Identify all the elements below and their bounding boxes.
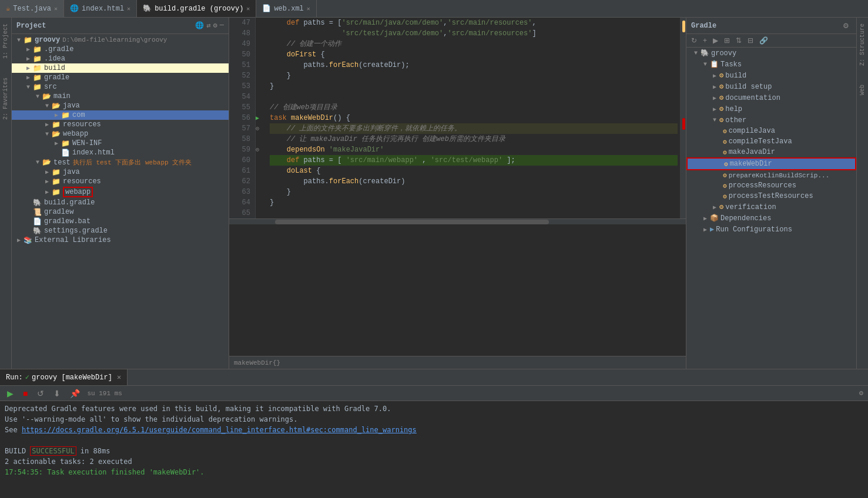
tree-item-main[interactable]: 📂 main [12,92,229,101]
tree-item-test-java[interactable]: 📁 java [12,167,229,177]
run-gutter-icon[interactable]: ▶ [256,115,259,122]
gradle-arrow[interactable]: ▶ [701,226,710,233]
run-pin-btn[interactable]: 📌 [68,388,82,399]
tree-item-groovy[interactable]: 📁 groovy D:\0md-file\learning\groovy [12,35,229,45]
tree-item-test-resources[interactable]: 📁 resources [12,177,229,186]
tree-arrow[interactable] [42,178,52,185]
tree-arrow[interactable] [14,37,24,43]
gradle-arrow[interactable]: ▼ [701,61,710,68]
gradle-item-dependencies[interactable]: ▶ 📦 Dependencies [686,213,856,224]
tree-item-main-java[interactable]: 📂 java [12,101,229,110]
gradle-item-help[interactable]: ▶ ⚙ help [686,103,856,115]
tree-item-dotgradle[interactable]: 📁 .gradle [12,45,229,54]
tree-item-wen-inf[interactable]: 📁 WEN-INF [12,139,229,148]
tab-close-btn[interactable]: ✕ [117,373,121,382]
tab-close-icon[interactable]: ✕ [307,5,310,12]
project-tab[interactable]: 1: Project [1,20,10,62]
run-scroll-btn[interactable]: ⬇ [51,388,63,399]
tree-item-gradle[interactable]: 📁 gradle [12,73,229,82]
gradle-settings-icon[interactable]: ⚙ [840,21,852,31]
tree-arrow[interactable] [24,84,33,90]
sync-icon[interactable]: ⇄ [206,21,210,30]
tree-arrow[interactable] [24,65,33,72]
tree-item-gradlew[interactable]: 📜 gradlew [12,207,229,217]
gradle-item-build[interactable]: ▶ ⚙ build [686,70,856,81]
gradle-item-compilejava[interactable]: ⚙ compileJava [686,126,856,136]
tab-close-icon[interactable]: ✕ [127,5,130,12]
tree-item-webapp[interactable]: 📂 webapp [12,129,229,139]
globe-icon[interactable]: 🌐 [195,21,204,30]
tree-item-test[interactable]: 📂 test 执行后 test 下面多出 webapp 文件夹 [12,157,229,167]
gradle-item-makeJavaDir[interactable]: ⚙ makeJavaDir [686,147,856,157]
tab-test-java[interactable]: ☕ Test.java ✕ [0,0,64,17]
tab-build-gradle[interactable]: 🐘 build.gradle (groovy) ✕ [137,0,256,17]
gradle-link-btn[interactable]: 🔗 [757,35,770,46]
run-stop-btn[interactable]: ■ [21,388,30,399]
tree-item-src[interactable]: 📁 src [12,82,229,92]
gradle-item-build-setup[interactable]: ▶ ⚙ build setup [686,81,856,92]
tree-item-external-libs[interactable]: 📚 External Libraries [12,235,229,245]
tree-item-test-webapp[interactable]: 📁 webapp [12,186,229,198]
tree-arrow[interactable] [24,55,33,62]
favorites-tab[interactable]: 2: Favorites [1,74,10,123]
gradle-add-btn[interactable]: + [701,35,709,46]
gradle-run-btn[interactable]: ▶ [711,35,720,46]
gradle-arrow[interactable]: ▼ [710,117,719,123]
gradle-item-run-configs[interactable]: ▶ ▶ Run Configurations [686,224,856,235]
tree-item-com[interactable]: 📁 com [12,110,229,120]
gradle-filter-btn[interactable]: ⊞ [722,35,732,46]
tree-item-settings-gradle[interactable]: 🐘 settings.gradle [12,226,229,235]
tree-item-index-html[interactable]: 📄 index.html [12,148,229,157]
tab-index-html[interactable]: 🌐 index.html ✕ [64,0,137,17]
tab-web-xml[interactable]: 📄 web.xml ✕ [256,0,316,17]
tab-close-icon[interactable]: ✕ [246,5,250,12]
gradle-expand-btn[interactable]: ⇅ [733,35,744,46]
tree-item-resources[interactable]: 📁 resources [12,120,229,129]
tree-arrow[interactable] [33,159,42,166]
vertical-scrollbar[interactable] [680,18,686,218]
tab-run[interactable]: Run: ✓ groovy [makeWebDir] ✕ [0,369,128,385]
structure-tab[interactable]: Z: Structure [858,20,867,69]
gradle-item-other[interactable]: ▼ ⚙ other [686,115,856,126]
tree-arrow[interactable] [42,121,52,128]
gradle-item-compiletestjava[interactable]: ⚙ compileTestJava [686,136,856,147]
gradle-item-tasks[interactable]: ▼ 📋 Tasks [686,59,856,70]
tree-arrow[interactable] [14,237,24,244]
tree-arrow[interactable] [42,131,52,137]
tree-item-dotidea[interactable]: 📁 .idea [12,54,229,63]
gradle-arrow[interactable]: ▼ [691,50,701,56]
run-play-btn[interactable]: ▶ [5,388,16,399]
web-tab[interactable]: Web [858,81,867,99]
tree-arrow[interactable] [33,93,42,100]
minimize-icon[interactable]: — [220,21,224,30]
gradle-item-processresources[interactable]: ⚙ processResources [686,180,856,191]
gradle-arrow[interactable]: ▶ [710,106,719,113]
gradle-arrow[interactable]: ▶ [710,72,719,79]
tab-close-icon[interactable]: ✕ [54,5,58,12]
editor-content[interactable]: 47 48 49 50 51 52 53 54 55 56 57 58 59 6… [229,18,686,356]
tree-arrow[interactable] [52,140,61,147]
gradle-arrow[interactable]: ▶ [710,95,719,102]
gradle-link[interactable]: https://docs.gradle.org/6.5.1/userguide/… [22,426,417,434]
gradle-item-makeWebDir[interactable]: ⚙ makeWebDir [686,157,856,170]
tree-arrow[interactable] [24,46,33,53]
run-settings-btn[interactable]: ⚙ [859,389,863,398]
tree-arrow[interactable] [42,103,52,109]
tree-item-build-gradle[interactable]: 🐘 build.gradle [12,198,229,207]
gradle-item-preparekotlin[interactable]: ⚙ prepareKotlinBuildScrip... [686,170,856,180]
tree-arrow[interactable] [42,189,52,196]
tree-arrow[interactable] [42,169,52,176]
gradle-group-btn[interactable]: ⊟ [745,35,756,46]
gradle-refresh-btn[interactable]: ↻ [689,35,699,46]
gradle-arrow[interactable]: ▶ [701,215,710,222]
gradle-arrow[interactable]: ▶ [710,204,719,211]
tree-arrow[interactable] [52,112,61,119]
gradle-item-documentation[interactable]: ▶ ⚙ documentation [686,92,856,103]
gradle-item-groovy[interactable]: ▼ 🐘 groovy [686,48,856,59]
tree-item-gradlew-bat[interactable]: 📄 gradlew.bat [12,217,229,226]
gradle-item-verification[interactable]: ▶ ⚙ verification [686,201,856,213]
horizontal-scrollbar[interactable] [229,218,686,224]
run-rerun-btn[interactable]: ↺ [35,388,46,399]
tree-item-build[interactable]: 📁 build [12,63,229,73]
tree-arrow[interactable] [24,74,33,81]
